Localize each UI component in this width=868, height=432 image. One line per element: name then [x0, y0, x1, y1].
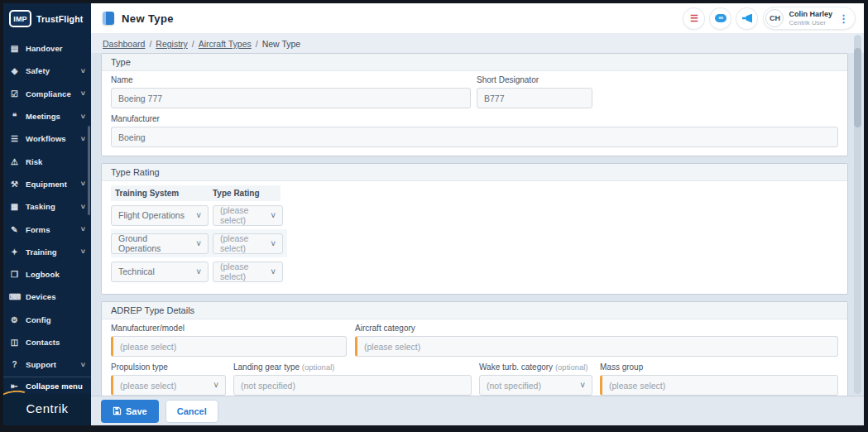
- brand-logo[interactable]: IMP TrustFlight: [3, 3, 91, 35]
- sidebar-item-icon: ☑: [9, 89, 20, 98]
- chevron-down-icon: ˅: [213, 381, 218, 390]
- sidebar-item[interactable]: ◫ Contacts: [3, 331, 91, 353]
- save-button[interactable]: Save: [101, 400, 159, 423]
- chevron-down-icon: ˅: [271, 267, 276, 276]
- sidebar: IMP TrustFlight ▤ Handover ◈ Safety ˅ ☑: [3, 3, 91, 425]
- chevron-down-icon: ˅: [196, 267, 201, 276]
- breadcrumb-registry[interactable]: Registry: [156, 39, 188, 49]
- sidebar-item[interactable]: ❝ Meetings ˅: [3, 105, 91, 127]
- sidebar-item[interactable]: ? Support ˅: [3, 353, 91, 376]
- imp-logo-icon: IMP: [9, 10, 31, 27]
- overflow-menu-icon[interactable]: ⋮: [838, 12, 849, 25]
- main-area: New Type ☰ ∞ CH Colin Harley Centrik Use…: [91, 3, 864, 425]
- sidebar-item-label: Logbook: [26, 270, 60, 279]
- sidebar-scrollbar[interactable]: [88, 126, 90, 215]
- sidebar-item[interactable]: ✎ Forms ˅: [3, 218, 91, 240]
- sidebar-item-icon: ▤: [9, 44, 20, 53]
- chevron-down-icon: ˅: [271, 211, 276, 220]
- type-panel-header: Type: [102, 54, 847, 71]
- sidebar-item-icon: ☰: [9, 134, 20, 143]
- training-system-select[interactable]: Flight Operations ˅: [111, 205, 209, 226]
- type-panel-body: Name Short Designator Manufacturer: [102, 71, 847, 156]
- sidebar-item[interactable]: ⚠ Risk: [3, 150, 91, 172]
- chevron-down-icon: ˅: [81, 67, 85, 75]
- sidebar-item[interactable]: ❐ Logbook: [3, 263, 91, 286]
- type-rating-row: Ground Operations ˅ (please select) ˅: [111, 229, 287, 257]
- landing-gear-type-label: Landing gear type (optional): [233, 362, 472, 372]
- landing-gear-type-input[interactable]: [233, 375, 472, 396]
- optional-tag: (optional): [555, 362, 588, 372]
- sidebar-item-label: Workflows: [26, 134, 66, 143]
- sidebar-item-label: Handover: [26, 44, 63, 53]
- sidebar-item[interactable]: ▦ Tasking ˅: [3, 195, 91, 218]
- chevron-down-icon: ˅: [81, 225, 85, 233]
- link-button[interactable]: ∞: [710, 8, 731, 29]
- sidebar-item-icon: ◫: [9, 338, 20, 347]
- manufacturer-input[interactable]: [111, 127, 838, 147]
- breadcrumb-current: New Type: [262, 39, 301, 49]
- type-rating-value: (please select): [220, 262, 266, 281]
- type-rating-select[interactable]: (please select) ˅: [213, 262, 283, 282]
- wake-turb-category-label: Wake turb. category (optional): [479, 362, 592, 372]
- training-system-select[interactable]: Technical ˅: [111, 262, 209, 282]
- manufacturer-model-select[interactable]: [111, 336, 347, 357]
- type-rating-select[interactable]: (please select) ˅: [213, 205, 283, 226]
- sidebar-item[interactable]: ⚙ Config: [3, 309, 91, 331]
- name-input[interactable]: [111, 88, 471, 108]
- topbar: New Type ☰ ∞ CH Colin Harley Centrik Use…: [91, 3, 864, 33]
- mass-group-select[interactable]: [600, 375, 838, 396]
- content: Dashboard/Registry/Aircraft Types/New Ty…: [91, 33, 864, 425]
- chevron-down-icon: ˅: [196, 211, 201, 220]
- chevron-down-icon: ˅: [271, 239, 276, 248]
- sidebar-item[interactable]: ☰ Workflows ˅: [3, 127, 91, 150]
- aircraft-category-select[interactable]: [355, 336, 838, 357]
- type-rating-column-header: Type Rating: [213, 189, 281, 198]
- user-meta: Colin Harley Centrik User: [789, 10, 832, 26]
- training-system-select[interactable]: Ground Operations ˅: [111, 233, 209, 254]
- sidebar-item[interactable]: ⌨ Devices: [3, 286, 91, 308]
- propulsion-type-select[interactable]: (please select) ˅: [111, 375, 226, 396]
- user-menu[interactable]: CH Colin Harley Centrik User ⋮: [763, 7, 856, 30]
- sidebar-item-label: Compliance: [26, 89, 71, 98]
- breadcrumb-aircraft-types[interactable]: Aircraft Types: [199, 39, 252, 49]
- type-rating-panel: Type Rating Training System Type Rating: [101, 163, 848, 295]
- centrik-swoosh-icon: [3, 389, 29, 403]
- sidebar-item[interactable]: ◈ Safety ˅: [3, 60, 91, 82]
- sidebar-item[interactable]: ☑ Compliance ˅: [3, 83, 91, 105]
- link-icon: ∞: [715, 14, 727, 22]
- sidebar-item-label: Tasking: [26, 202, 55, 211]
- breadcrumb-dashboard[interactable]: Dashboard: [103, 39, 145, 49]
- sidebar-item[interactable]: ▤ Handover: [3, 37, 91, 60]
- chevron-down-icon: ˅: [196, 239, 201, 248]
- sidebar-item[interactable]: ⚒ Equipment ˅: [3, 173, 91, 195]
- sidebar-item-label: Safety: [26, 66, 50, 75]
- cancel-button[interactable]: Cancel: [165, 400, 218, 423]
- new-type-doc-icon: [103, 12, 114, 25]
- sidebar-item-icon: ⌨: [9, 292, 20, 301]
- sidebar-divider: [3, 377, 91, 377]
- type-rating-value: (please select): [220, 233, 266, 253]
- breadcrumb-separator: /: [192, 39, 194, 49]
- sidebar-item-icon: ⚒: [9, 180, 20, 189]
- topbar-actions: ☰ ∞ CH Colin Harley Centrik User ⋮: [683, 7, 856, 30]
- short-designator-label: Short Designator: [477, 75, 592, 84]
- training-system-value: Ground Operations: [118, 233, 191, 253]
- window-frame: IMP TrustFlight ▤ Handover ◈ Safety ˅ ☑: [0, 0, 868, 432]
- wake-turb-category-value: (not specified): [487, 381, 541, 391]
- wake-turb-category-select[interactable]: (not specified) ˅: [479, 375, 592, 396]
- announcements-button[interactable]: [736, 8, 757, 29]
- manufacturer-label: Manufacturer: [111, 114, 838, 123]
- tasks-icon: ☰: [690, 14, 698, 23]
- type-rating-select[interactable]: (please select) ˅: [213, 233, 283, 254]
- chevron-down-icon: ˅: [81, 113, 85, 121]
- sidebar-item-label: Equipment: [26, 180, 67, 189]
- short-designator-input[interactable]: [477, 88, 592, 108]
- sidebar-item[interactable]: ✦ Training ˅: [3, 241, 91, 263]
- type-rating-panel-body: Training System Type Rating Flight Opera…: [102, 181, 847, 294]
- page-title: New Type: [122, 12, 174, 25]
- content-scrollbar-thumb[interactable]: [854, 48, 861, 127]
- content-scrollbar-track[interactable]: [854, 35, 861, 394]
- tasks-button[interactable]: ☰: [683, 8, 704, 29]
- optional-tag: (optional): [302, 362, 335, 372]
- brand-name: TrustFlight: [36, 14, 83, 24]
